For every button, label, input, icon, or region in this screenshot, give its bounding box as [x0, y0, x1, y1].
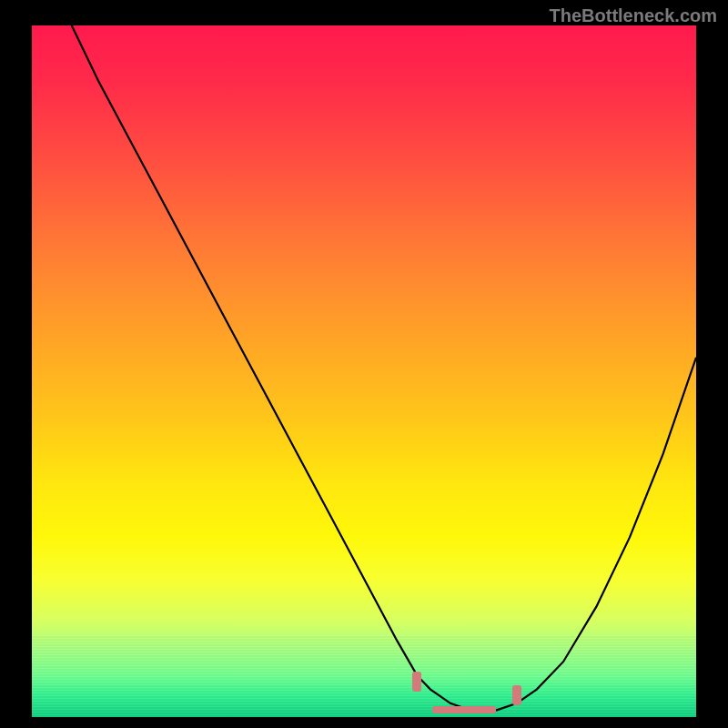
optimal-range-left	[412, 672, 421, 692]
chart-container: TheBottleneck.com	[0, 0, 728, 728]
optimal-range-right	[512, 685, 521, 705]
watermark-text: TheBottleneck.com	[550, 5, 717, 26]
plot-area	[32, 25, 696, 717]
curve-svg	[32, 25, 696, 717]
bottleneck-curve	[72, 25, 696, 710]
optimal-range-bottom	[432, 706, 496, 713]
